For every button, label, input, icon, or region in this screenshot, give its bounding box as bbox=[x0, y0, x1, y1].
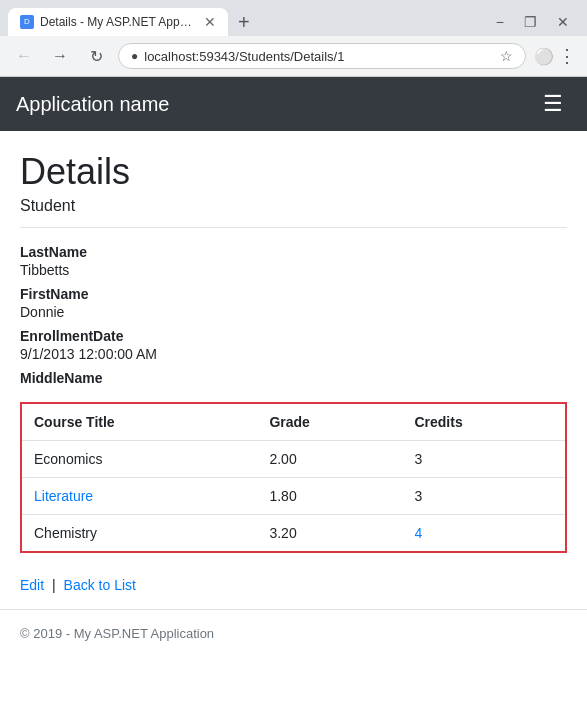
address-bar: ← → ↻ ● localhost:59343/Students/Details… bbox=[0, 36, 587, 76]
action-separator: | bbox=[52, 577, 56, 593]
profile-icon[interactable]: ⚪ bbox=[534, 47, 554, 66]
table-header-row: Course Title Grade Credits bbox=[22, 404, 565, 441]
actions-section: Edit | Back to List bbox=[20, 569, 567, 609]
back-to-list-link[interactable]: Back to List bbox=[64, 577, 136, 593]
minimize-button[interactable]: − bbox=[486, 10, 514, 34]
new-tab-button[interactable]: + bbox=[232, 9, 256, 36]
middlename-label: MiddleName bbox=[20, 370, 567, 386]
reload-button[interactable]: ↻ bbox=[82, 42, 110, 70]
grade-cell: 1.80 bbox=[257, 478, 402, 515]
footer-text: © 2019 - My ASP.NET Application bbox=[20, 626, 214, 641]
grade-cell: 3.20 bbox=[257, 515, 402, 552]
enrollments-table-wrapper: Course Title Grade Credits Economics 2.0… bbox=[20, 402, 567, 553]
tab-title: Details - My ASP.NET Application bbox=[40, 15, 194, 29]
divider bbox=[20, 227, 567, 228]
active-tab[interactable]: D Details - My ASP.NET Application ✕ bbox=[8, 8, 228, 36]
lastname-value: Tibbetts bbox=[20, 262, 567, 278]
credits-cell: 3 bbox=[402, 478, 565, 515]
lastname-label: LastName bbox=[20, 244, 567, 260]
enrollments-table: Course Title Grade Credits Economics 2.0… bbox=[22, 404, 565, 551]
address-icons: ⚪ ⋮ bbox=[534, 45, 577, 67]
edit-link[interactable]: Edit bbox=[20, 577, 44, 593]
tab-close-button[interactable]: ✕ bbox=[204, 14, 216, 30]
url-text: localhost:59343/Students/Details/1 bbox=[144, 49, 494, 64]
grade-cell: 2.00 bbox=[257, 441, 402, 478]
page-title: Details bbox=[20, 151, 567, 193]
tab-favicon: D bbox=[20, 15, 34, 29]
bookmark-icon[interactable]: ☆ bbox=[500, 48, 513, 64]
url-bar[interactable]: ● localhost:59343/Students/Details/1 ☆ bbox=[118, 43, 526, 69]
browser-chrome: D Details - My ASP.NET Application ✕ + −… bbox=[0, 0, 587, 77]
app-name: Application name bbox=[16, 93, 169, 116]
close-button[interactable]: ✕ bbox=[547, 10, 579, 34]
table-row: Chemistry 3.20 4 bbox=[22, 515, 565, 552]
app-navbar: Application name ☰ bbox=[0, 77, 587, 131]
tab-bar: D Details - My ASP.NET Application ✕ + −… bbox=[0, 0, 587, 36]
course-title-cell[interactable]: Literature bbox=[22, 478, 257, 515]
security-icon: ● bbox=[131, 49, 138, 63]
col-header-course-title: Course Title bbox=[22, 404, 257, 441]
window-controls: − ❐ ✕ bbox=[486, 10, 579, 34]
menu-icon[interactable]: ⋮ bbox=[558, 45, 577, 67]
forward-button[interactable]: → bbox=[46, 42, 74, 70]
enrollmentdate-value: 9/1/2013 12:00:00 AM bbox=[20, 346, 567, 362]
firstname-value: Donnie bbox=[20, 304, 567, 320]
course-title-cell: Economics bbox=[22, 441, 257, 478]
page-content: Details Student LastName Tibbetts FirstN… bbox=[0, 131, 587, 609]
fields-section: LastName Tibbetts FirstName Donnie Enrol… bbox=[20, 244, 567, 386]
enrollmentdate-label: EnrollmentDate bbox=[20, 328, 567, 344]
credits-cell: 3 bbox=[402, 441, 565, 478]
page-footer: © 2019 - My ASP.NET Application bbox=[0, 609, 587, 657]
col-header-credits: Credits bbox=[402, 404, 565, 441]
credits-cell: 4 bbox=[402, 515, 565, 552]
table-row: Economics 2.00 3 bbox=[22, 441, 565, 478]
hamburger-menu-button[interactable]: ☰ bbox=[535, 87, 571, 121]
back-button[interactable]: ← bbox=[10, 42, 38, 70]
restore-button[interactable]: ❐ bbox=[514, 10, 547, 34]
firstname-label: FirstName bbox=[20, 286, 567, 302]
course-title-cell: Chemistry bbox=[22, 515, 257, 552]
col-header-grade: Grade bbox=[257, 404, 402, 441]
table-row: Literature 1.80 3 bbox=[22, 478, 565, 515]
page-subtitle: Student bbox=[20, 197, 567, 215]
